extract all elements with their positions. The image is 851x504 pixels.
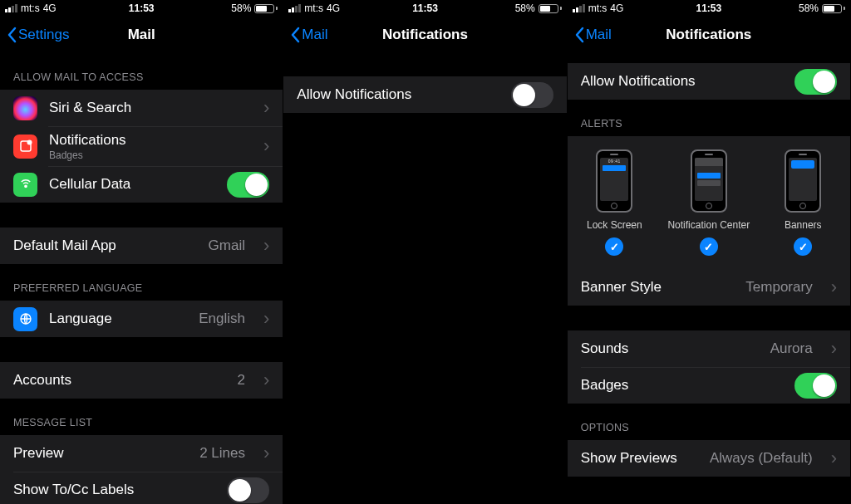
row-preview[interactable]: Preview 2 Lines › — [0, 435, 283, 472]
battery-pct: 58% — [799, 2, 819, 14]
nav-bar: Mail Notifications — [568, 17, 850, 53]
carrier-label: mt:s — [304, 2, 323, 14]
row-badges[interactable]: Badges — [568, 367, 850, 404]
chevron-right-icon: › — [831, 340, 837, 358]
status-bar: mt:s 4G 11:53 58% — [568, 0, 850, 17]
chevron-right-icon: › — [263, 371, 269, 389]
battery-pct: 58% — [231, 2, 251, 14]
chevron-right-icon: › — [263, 137, 269, 155]
row-label: Cellular Data — [49, 176, 130, 193]
allow-notifications-toggle[interactable] — [794, 69, 837, 95]
carrier-label: mt:s — [21, 2, 40, 14]
signal-icon — [5, 4, 17, 12]
battery-icon — [254, 4, 278, 13]
center-preview-icon — [691, 149, 727, 213]
chevron-right-icon: › — [831, 278, 837, 296]
badges-toggle[interactable] — [794, 373, 837, 399]
nav-bar: Mail Notifications — [283, 17, 566, 53]
chevron-left-icon — [574, 27, 584, 43]
back-button[interactable]: Mail — [574, 27, 612, 43]
back-label: Settings — [18, 27, 69, 43]
row-label: Allow Notifications — [581, 73, 696, 90]
row-label: Preview — [13, 445, 63, 462]
screen-notifications-off: mt:s 4G 11:53 58% Mail Notifications All… — [283, 0, 567, 504]
row-accounts[interactable]: Accounts 2 › — [0, 362, 283, 399]
alerts-panel: 09:41 Lock Screen ✓ Notification Center … — [568, 136, 850, 269]
row-cellular[interactable]: Cellular Data — [0, 166, 283, 203]
screen-notifications-on: mt:s 4G 11:53 58% Mail Notifications All… — [568, 0, 851, 504]
row-value: English — [199, 311, 245, 327]
alert-label: Banners — [785, 219, 822, 231]
alert-option-lockscreen[interactable]: 09:41 Lock Screen ✓ — [568, 149, 661, 256]
alert-label: Notification Center — [667, 219, 750, 231]
row-label: Allow Notifications — [297, 86, 411, 103]
row-label: Show To/Cc Labels — [13, 482, 134, 498]
signal-icon — [573, 4, 585, 12]
chevron-left-icon — [7, 27, 17, 43]
row-value: Always (Default) — [710, 450, 813, 467]
group-header-msg: MESSAGE LIST — [0, 399, 283, 435]
row-allow-notifications[interactable]: Allow Notifications — [283, 76, 566, 113]
row-siri[interactable]: Siri & Search › — [0, 90, 283, 126]
status-bar: mt:s 4G 11:53 58% — [0, 0, 283, 17]
allow-notifications-toggle[interactable] — [511, 82, 553, 108]
row-banner-style[interactable]: Banner Style Temporary › — [568, 269, 850, 306]
row-show-tocc[interactable]: Show To/Cc Labels — [0, 472, 283, 504]
row-show-previews[interactable]: Show Previews Always (Default) › — [568, 440, 850, 477]
row-label: Siri & Search — [49, 100, 131, 116]
row-label: Banner Style — [581, 279, 662, 296]
group-header-access: ALLOW MAIL TO ACCESS — [0, 53, 283, 90]
battery-icon — [822, 4, 845, 13]
row-label: Language — [49, 311, 112, 327]
row-label: Accounts — [13, 372, 71, 389]
battery-icon — [539, 4, 562, 13]
svg-point-1 — [27, 140, 32, 145]
lockscreen-preview-icon: 09:41 — [596, 149, 632, 213]
row-notifications[interactable]: Notifications Badges › — [0, 126, 283, 166]
row-value: 2 — [238, 372, 245, 389]
globe-icon — [13, 307, 37, 331]
chevron-right-icon: › — [263, 237, 269, 255]
row-language[interactable]: Language English › — [0, 301, 283, 337]
banner-preview-icon — [785, 149, 821, 213]
chevron-right-icon: › — [263, 99, 269, 117]
back-button[interactable]: Settings — [7, 27, 69, 43]
alert-label: Lock Screen — [587, 219, 642, 231]
row-value: Temporary — [745, 279, 812, 296]
back-button[interactable]: Mail — [290, 27, 327, 43]
siri-icon — [13, 96, 37, 120]
row-label: Default Mail App — [13, 237, 116, 254]
carrier-label: mt:s — [588, 2, 608, 14]
alert-option-banners[interactable]: Banners ✓ — [756, 149, 849, 256]
network-label: 4G — [327, 2, 340, 14]
network-label: 4G — [610, 2, 623, 14]
checkmark-icon[interactable]: ✓ — [605, 237, 623, 256]
chevron-left-icon — [290, 27, 300, 43]
show-tocc-toggle[interactable] — [227, 477, 269, 503]
row-sounds[interactable]: Sounds Aurora › — [568, 330, 850, 367]
alert-option-center[interactable]: Notification Center ✓ — [662, 149, 755, 256]
status-bar: mt:s 4G 11:53 58% — [283, 0, 566, 17]
screen-mail-settings: mt:s 4G 11:53 58% Settings Mail ALLOW MA… — [0, 0, 283, 504]
chevron-right-icon: › — [263, 444, 269, 462]
back-label: Mail — [302, 27, 327, 43]
back-label: Mail — [586, 27, 612, 43]
row-sublabel: Badges — [49, 149, 252, 161]
chevron-right-icon: › — [263, 310, 269, 328]
chevron-right-icon: › — [831, 449, 837, 467]
group-header-alerts: ALERTS — [568, 100, 850, 136]
cellular-toggle[interactable] — [227, 172, 269, 198]
notifications-icon — [13, 135, 37, 159]
nav-bar: Settings Mail — [0, 17, 283, 53]
row-value: Aurora — [770, 340, 813, 357]
svg-point-2 — [24, 185, 26, 187]
row-value: Gmail — [209, 237, 245, 254]
group-header-options: OPTIONS — [568, 404, 850, 440]
checkmark-icon[interactable]: ✓ — [700, 237, 718, 256]
row-label: Show Previews — [581, 450, 677, 467]
checkmark-icon[interactable]: ✓ — [794, 237, 812, 256]
network-label: 4G — [43, 2, 57, 14]
row-default-mail[interactable]: Default Mail App Gmail › — [0, 228, 283, 264]
row-allow-notifications[interactable]: Allow Notifications — [568, 63, 850, 100]
battery-pct: 58% — [515, 2, 535, 14]
